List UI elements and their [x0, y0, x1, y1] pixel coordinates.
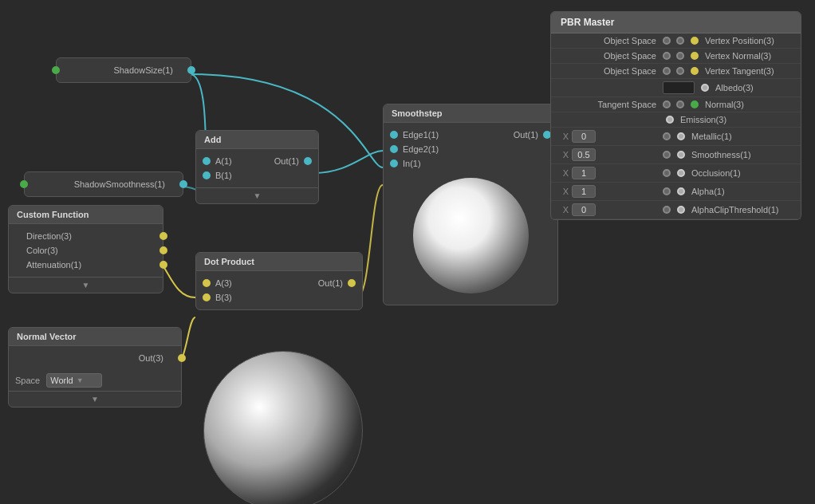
- pbr-left-port-1b[interactable]: [676, 37, 684, 45]
- pbr-metallic-label: Metallic(1): [685, 132, 793, 141]
- dotproduct-a-label: A(3): [215, 278, 232, 288]
- smoothness-x-value[interactable]: 0.5: [572, 148, 596, 161]
- pbr-right-port-3[interactable]: [691, 67, 699, 75]
- pbr-left-port-9[interactable]: [663, 169, 671, 177]
- smoothstep-title: Smoothstep: [384, 104, 557, 123]
- pbr-left-port-10[interactable]: [663, 187, 671, 195]
- pbr-occlusion-label: Occlusion(1): [685, 168, 793, 178]
- customfunction-title: Custom Function: [9, 206, 163, 224]
- shadowsmoothness-title-label: ShadowSmoothness(1): [63, 179, 176, 189]
- shadowsize-output-port[interactable]: [187, 66, 195, 74]
- shadowsize-input-port[interactable]: [52, 66, 60, 74]
- pbr-row-occlusion: X 1 Occlusion(1): [551, 164, 801, 183]
- pbr-vertexnormal-label: Vertex Normal(3): [699, 51, 793, 61]
- smoothstep-edge1-port[interactable]: [390, 131, 398, 139]
- pbr-smoothness-label: Smoothness(1): [685, 150, 793, 159]
- pbr-left-port-8[interactable]: [663, 151, 671, 159]
- pbr-vertextangent-label: Vertex Tangent(3): [699, 66, 793, 76]
- normalvector-node: Normal Vector Out(3) Space World ▼ ▼: [8, 327, 182, 408]
- smoothstep-edge2-label: Edge2(1): [403, 144, 439, 154]
- pbr-left-port-2b[interactable]: [676, 52, 684, 60]
- pbrmaster-node: PBR Master Object Space Vertex Position(…: [550, 11, 801, 220]
- dotproduct-node: Dot Product A(3) Out(1) B(3): [195, 252, 363, 310]
- albedo-swatch[interactable]: [663, 81, 695, 94]
- customfunction-chevron[interactable]: ▼: [82, 281, 90, 289]
- occlusion-x-label: X: [559, 168, 569, 178]
- pbr-row-albedo: Albedo(3): [551, 79, 801, 97]
- pbr-right-port-4[interactable]: [701, 84, 709, 92]
- pbr-right-port-1[interactable]: [691, 37, 699, 45]
- smoothstep-preview-sphere: [413, 178, 529, 293]
- shadowsmoothness-output-port[interactable]: [179, 180, 187, 188]
- add-b-input-port[interactable]: [203, 171, 211, 179]
- dotproduct-out-label: Out(1): [318, 278, 343, 288]
- pbr-left-port-2[interactable]: [663, 52, 671, 60]
- smoothness-x-label: X: [559, 150, 569, 159]
- add-out-port[interactable]: [304, 157, 312, 165]
- pbr-alphaclip-left: X 0: [559, 203, 663, 216]
- main-preview-sphere: [203, 351, 363, 504]
- pbr-alpha-label: Alpha(1): [685, 187, 793, 196]
- metallic-x-value[interactable]: 0: [572, 130, 596, 143]
- pbrmaster-title: PBR Master: [551, 12, 801, 33]
- pbr-objectspace-2: Object Space: [559, 51, 663, 61]
- space-dropdown-arrow: ▼: [77, 376, 84, 384]
- dotproduct-a-port[interactable]: [203, 279, 211, 287]
- metallic-x-label: X: [559, 132, 569, 141]
- add-a-input-port[interactable]: [203, 157, 211, 165]
- normalvector-title: Normal Vector: [9, 328, 181, 346]
- pbr-right-port-9[interactable]: [677, 169, 685, 177]
- normalvector-chevron[interactable]: ▼: [91, 395, 99, 404]
- pbr-left-port-5b[interactable]: [676, 100, 684, 108]
- pbr-right-port-8[interactable]: [677, 151, 685, 159]
- pbr-left-port-5[interactable]: [663, 100, 671, 108]
- add-chevron[interactable]: ▼: [254, 191, 262, 200]
- smoothstep-edge2-port[interactable]: [390, 145, 398, 153]
- customfunction-node: Custom Function Direction(3) Color(3) At…: [8, 205, 163, 293]
- normalvector-output-port[interactable]: [178, 354, 186, 362]
- pbr-left-port-11[interactable]: [663, 206, 671, 214]
- pbr-row-vertexposition: Object Space Vertex Position(3): [551, 33, 801, 49]
- pbr-right-port-5[interactable]: [691, 100, 699, 108]
- pbr-left-port-1[interactable]: [663, 37, 671, 45]
- alpha-x-label: X: [559, 187, 569, 196]
- alphaclip-x-value[interactable]: 0: [572, 203, 596, 216]
- pbr-tangentspace: Tangent Space: [559, 100, 663, 109]
- pbr-alphaclip-label: AlphaClipThreshold(1): [685, 205, 793, 215]
- attenuation-label: Attenuation(1): [15, 260, 93, 270]
- pbr-right-port-10[interactable]: [677, 187, 685, 195]
- pbr-normal-label: Normal(3): [699, 100, 793, 109]
- pbr-albedo-label: Albedo(3): [709, 83, 793, 93]
- dotproduct-out-port[interactable]: [348, 279, 356, 287]
- pbr-row-normal: Tangent Space Normal(3): [551, 97, 801, 112]
- shadowsmoothness-input-port[interactable]: [20, 180, 28, 188]
- add-out-label: Out(1): [274, 156, 299, 166]
- pbr-row-metallic: X 0 Metallic(1): [551, 128, 801, 146]
- attenuation-output-port[interactable]: [159, 261, 167, 269]
- smoothstep-out-label: Out(1): [514, 130, 538, 140]
- color-output-port[interactable]: [159, 246, 167, 254]
- space-label: Space: [15, 376, 40, 385]
- pbr-row-smoothness: X 0.5 Smoothness(1): [551, 146, 801, 164]
- pbr-left-port-3b[interactable]: [676, 67, 684, 75]
- pbr-occlusion-left: X 1: [559, 167, 663, 179]
- pbr-right-port-2[interactable]: [691, 52, 699, 60]
- shadowsmoothness-node: ShadowSmoothness(1): [24, 171, 183, 197]
- add-b-label: B(1): [215, 171, 232, 180]
- pbr-left-port-7[interactable]: [663, 132, 671, 140]
- pbr-emission-label: Emission(3): [674, 115, 793, 124]
- direction-output-port[interactable]: [159, 232, 167, 240]
- occlusion-x-value[interactable]: 1: [572, 167, 596, 179]
- pbr-objectspace-1: Object Space: [559, 36, 663, 45]
- pbr-smoothness-left: X 0.5: [559, 148, 663, 161]
- pbr-right-port-6[interactable]: [666, 116, 674, 124]
- alpha-x-value[interactable]: 1: [572, 185, 596, 198]
- smoothstep-in-port[interactable]: [390, 159, 398, 167]
- dotproduct-b-port[interactable]: [203, 293, 211, 301]
- space-select[interactable]: World ▼: [46, 373, 102, 388]
- pbr-right-port-11[interactable]: [677, 206, 685, 214]
- pbr-right-port-7[interactable]: [677, 132, 685, 140]
- pbr-left-port-3[interactable]: [663, 67, 671, 75]
- smoothstep-edge1-label: Edge1(1): [403, 130, 439, 140]
- normalvector-out-label: Out(3): [128, 353, 175, 363]
